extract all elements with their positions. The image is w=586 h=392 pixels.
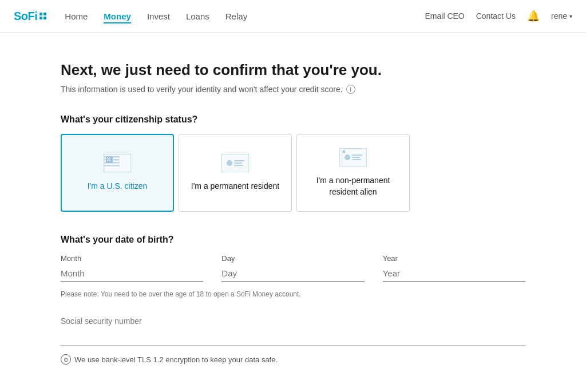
contact-us-link[interactable]: Contact Us: [476, 11, 516, 21]
nav-links: Home Money Invest Loans Relay: [65, 11, 247, 21]
svg-rect-14: [234, 163, 242, 164]
svg-rect-15: [234, 165, 243, 166]
id-card-permanent-icon: [221, 154, 249, 174]
logo-grid: [39, 13, 46, 19]
page-title: Next, we just need to confirm that you'r…: [61, 61, 525, 79]
nav-right: Email CEO Contact Us 🔔 rene ▾: [425, 10, 572, 22]
logo-dot: [39, 17, 42, 19]
day-field-group: Day: [221, 254, 364, 282]
citizenship-question: What's your citizenship status?: [61, 114, 525, 125]
notification-bell-icon[interactable]: 🔔: [527, 10, 540, 22]
svg-rect-18: [352, 155, 362, 156]
info-icon[interactable]: i: [346, 85, 355, 94]
chevron-down-icon: ▾: [569, 13, 572, 19]
svg-rect-4: [104, 165, 120, 167]
svg-rect-20: [352, 159, 361, 160]
nav-item-home[interactable]: Home: [65, 11, 88, 21]
svg-point-10: [108, 159, 109, 160]
id-card-non-permanent-icon: [339, 148, 367, 168]
svg-rect-13: [234, 160, 244, 161]
svg-point-7: [109, 157, 110, 159]
user-name: rene: [551, 11, 567, 21]
logo: SoFi: [14, 10, 46, 23]
svg-point-17: [345, 155, 350, 160]
dob-fields: Month Day Year: [61, 254, 525, 282]
main-content: Next, we just need to confirm that you'r…: [47, 33, 539, 392]
svg-point-12: [227, 160, 232, 166]
citizenship-options: I'm a U.S. citizen I'm a permanent resid…: [61, 134, 525, 212]
dob-question: What's your date of birth?: [61, 235, 525, 245]
citizenship-non-permanent-resident[interactable]: I'm a non-permanent resident alien: [296, 134, 410, 212]
user-menu[interactable]: rene ▾: [551, 11, 572, 21]
footer-buttons: Back Next: [61, 385, 525, 392]
us-citizen-label: I'm a U.S. citizen: [88, 181, 148, 192]
dob-section: What's your date of birth? Month Day Yea…: [61, 235, 525, 298]
nav-item-money[interactable]: Money: [104, 11, 131, 21]
year-field-group: Year: [383, 254, 525, 282]
citizenship-section: What's your citizenship status?: [61, 114, 525, 212]
day-input[interactable]: [221, 265, 364, 282]
us-flag-icon: [104, 154, 131, 174]
page-subtitle: This information is used to verify your …: [61, 85, 525, 94]
month-input[interactable]: [61, 265, 203, 282]
ssn-section: Social security number ⊙ We use bank-lev…: [61, 316, 525, 365]
svg-point-9: [109, 160, 110, 161]
email-ceo-link[interactable]: Email CEO: [425, 11, 464, 21]
dob-note: Please note: You need to be over the age…: [61, 290, 525, 298]
navbar: SoFi Home Money Invest Loans Relay Email…: [0, 0, 586, 33]
ssn-input[interactable]: [61, 329, 525, 346]
logo-dot: [43, 17, 46, 19]
lock-icon: ⊙: [61, 354, 71, 365]
month-field-group: Month: [61, 254, 203, 282]
ssn-label: Social security number: [61, 316, 525, 326]
encryption-note: ⊙ We use bank-level TLS 1.2 encryption t…: [61, 354, 525, 365]
nav-item-relay[interactable]: Relay: [225, 11, 247, 21]
citizenship-us-citizen[interactable]: I'm a U.S. citizen: [61, 134, 174, 212]
year-input[interactable]: [383, 265, 525, 282]
day-label: Day: [221, 254, 364, 263]
svg-rect-5: [106, 156, 113, 163]
permanent-resident-label: I'm a permanent resident: [191, 181, 279, 192]
logo-text: SoFi: [14, 10, 37, 23]
citizenship-permanent-resident[interactable]: I'm a permanent resident: [179, 134, 292, 212]
nav-item-invest[interactable]: Invest: [147, 11, 170, 21]
month-label: Month: [61, 254, 203, 263]
non-permanent-label: I'm a non-permanent resident alien: [308, 175, 398, 197]
logo-dot: [39, 13, 42, 15]
svg-point-8: [107, 160, 108, 161]
svg-rect-19: [352, 157, 360, 158]
logo-dot: [43, 13, 46, 15]
nav-item-loans[interactable]: Loans: [186, 11, 209, 21]
year-label: Year: [383, 254, 525, 263]
svg-point-6: [107, 157, 108, 159]
